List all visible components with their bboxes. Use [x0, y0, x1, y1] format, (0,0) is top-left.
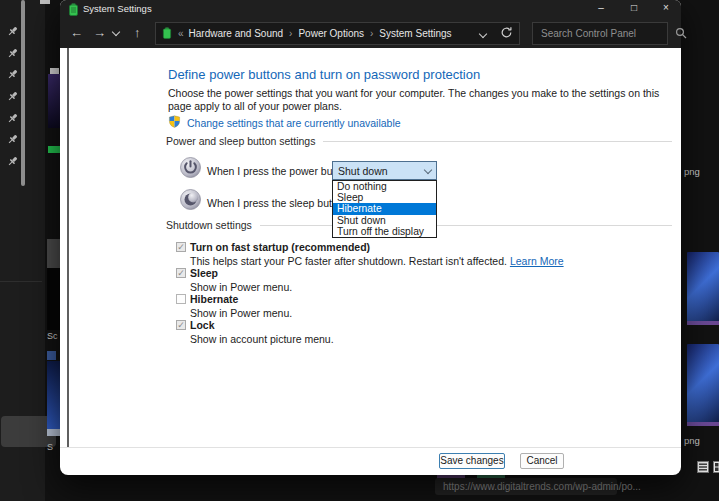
hibernate-checkbox[interactable]	[176, 294, 186, 304]
desktop-screen: Sc S png png https://www.digitaltrends.c…	[0, 0, 719, 501]
background-window-fragment	[40, 0, 50, 4]
combo-chevron-icon	[424, 165, 432, 173]
section-power-sleep-settings: Power and sleep button settings	[166, 135, 672, 147]
image-thumbnail[interactable]	[687, 344, 719, 426]
page-title: Define power buttons and turn on passwor…	[168, 67, 480, 82]
background-image-fragment	[47, 361, 60, 429]
dropdown-option-hibernate[interactable]: Hibernate	[333, 203, 436, 214]
lock-checkbox[interactable]	[176, 320, 186, 330]
window-title: System Settings	[83, 3, 152, 14]
power-button-action-select[interactable]: Shut down	[332, 161, 437, 180]
background-scrollbar[interactable]	[21, 0, 25, 186]
selected-option: Shut down	[338, 165, 425, 177]
status-url-text: https://www.digitaltrends.com/wp-admin/p…	[443, 481, 641, 492]
address-bar[interactable]: « Hardware and Sound › Power Options › S…	[155, 22, 520, 45]
background-image-fragment	[47, 268, 60, 330]
fast-startup-checkbox[interactable]	[176, 242, 186, 252]
lock-label: Lock	[190, 319, 656, 331]
dropdown-option-sleep[interactable]: Sleep	[333, 192, 436, 203]
setting-sleep: Sleep Show in Power menu.	[176, 267, 656, 293]
breadcrumb-hardware-and-sound[interactable]: Hardware and Sound	[189, 28, 284, 39]
power-button-icon	[180, 157, 201, 178]
back-button[interactable]: ←	[70, 25, 83, 41]
breadcrumb-separator: ›	[289, 28, 292, 39]
dropdown-option-do-nothing[interactable]: Do nothing	[333, 181, 436, 192]
change-unavailable-settings-link[interactable]: Change settings that are currently unava…	[187, 117, 401, 129]
background-partial-text: Sc	[47, 331, 58, 341]
address-location-icon	[162, 25, 172, 43]
setting-lock: Lock Show in account picture menu.	[176, 319, 656, 345]
setting-fast-startup: Turn on fast startup (recommended) This …	[176, 241, 656, 267]
grid-view-icon[interactable]	[713, 459, 719, 471]
file-extension-label: png	[684, 435, 700, 446]
sleep-button-icon	[180, 189, 201, 210]
sleep-checkbox[interactable]	[176, 268, 186, 278]
breadcrumb-overflow[interactable]: «	[178, 28, 184, 39]
breadcrumb-power-options[interactable]: Power Options	[298, 28, 364, 39]
power-options-app-icon	[68, 2, 79, 20]
setting-hibernate: Hibernate Show in Power menu.	[176, 293, 656, 319]
background-small-icon	[47, 351, 56, 360]
search-box[interactable]	[532, 22, 668, 45]
maximize-button[interactable]: □	[625, 1, 643, 15]
hibernate-label: Hibernate	[190, 293, 656, 305]
pushpin-icon[interactable]	[6, 112, 19, 125]
close-button[interactable]: ×	[657, 1, 675, 15]
pushpin-icon[interactable]	[6, 90, 19, 103]
minimize-button[interactable]: –	[592, 1, 610, 15]
list-view-icon[interactable]	[697, 459, 709, 471]
background-partial-text: S	[47, 442, 53, 452]
save-changes-button[interactable]: Save changes	[439, 453, 505, 469]
forward-button[interactable]: →	[93, 25, 106, 41]
learn-more-link[interactable]: Learn More	[510, 255, 564, 267]
sleep-description: Show in Power menu.	[190, 281, 656, 293]
page-description: Choose the power settings that you want …	[168, 87, 682, 113]
background-window-edge	[67, 48, 69, 447]
power-action-dropdown-list: Do nothing Sleep Hibernate Shut down Tur…	[332, 180, 437, 238]
background-image-fragment	[48, 74, 60, 128]
dropdown-option-turn-off-display[interactable]: Turn off the display	[333, 226, 436, 237]
pushpin-icon[interactable]	[6, 155, 19, 168]
search-icon[interactable]	[675, 25, 687, 43]
lock-description: Show in account picture menu.	[190, 333, 656, 345]
image-thumbnail[interactable]	[687, 252, 719, 325]
pushpin-icon[interactable]	[6, 68, 19, 81]
footer-divider	[60, 447, 681, 448]
breadcrumb-system-settings[interactable]: System Settings	[379, 28, 451, 39]
fast-startup-description: This helps start your PC faster after sh…	[190, 255, 656, 267]
search-input[interactable]	[539, 27, 675, 40]
uac-shield-icon	[168, 114, 181, 132]
fast-startup-description-text: This helps start your PC faster after sh…	[190, 255, 507, 267]
pushpin-icon[interactable]	[6, 47, 19, 60]
sleep-button-row-label: When I press the sleep button:	[207, 197, 349, 209]
background-divider	[0, 281, 42, 282]
address-dropdown-chevron-icon[interactable]	[479, 29, 487, 37]
pushpin-icon[interactable]	[6, 25, 19, 38]
background-image-fragment	[47, 429, 60, 436]
dropdown-option-shut-down[interactable]: Shut down	[333, 215, 436, 226]
breadcrumb-separator: ›	[370, 28, 373, 39]
background-image-fragment	[48, 146, 60, 153]
refresh-icon[interactable]	[500, 25, 513, 43]
cancel-button[interactable]: Cancel	[520, 453, 564, 469]
system-settings-window: System Settings – □ × ← → ↑ « Hardware a…	[60, 0, 681, 475]
fast-startup-label: Turn on fast startup (recommended)	[190, 241, 656, 253]
background-image-fragment	[47, 239, 60, 268]
file-extension-label: png	[684, 166, 700, 177]
up-button[interactable]: ↑	[134, 25, 141, 41]
sleep-label: Sleep	[190, 267, 656, 279]
pushpin-icon[interactable]	[6, 133, 19, 146]
hibernate-description: Show in Power menu.	[190, 307, 656, 319]
